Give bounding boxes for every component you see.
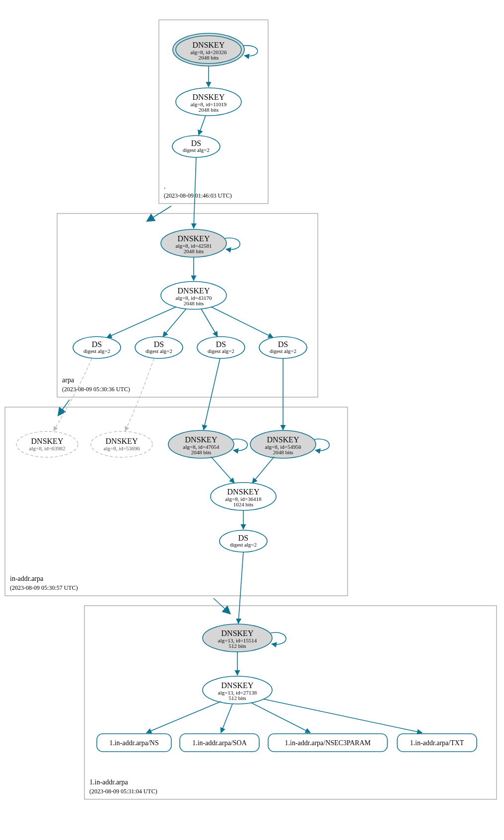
zone-one-box: [84, 606, 497, 799]
node-one-ksk: DNSKEY alg=13, id=15514 512 bits: [203, 624, 272, 652]
edge-arpa-zsk-ds2: [163, 309, 186, 337]
svg-text:DNSKEY: DNSKEY: [106, 437, 138, 445]
node-arpa-ds3: DS digest alg=2: [197, 337, 245, 358]
svg-text:digest alg=2: digest alg=2: [183, 147, 210, 153]
node-arpa-ds2: DS digest alg=2: [135, 337, 183, 358]
node-in-dk1: DNSKEY alg=8, id=63982: [16, 431, 78, 457]
edge-arpa-ksk-self: [225, 238, 240, 249]
svg-text:1.in-addr.arpa/NSEC3PARAM: 1.in-addr.arpa/NSEC3PARAM: [285, 739, 371, 747]
edge-one-zsk-soa: [221, 704, 232, 733]
node-in-dk2: DNSKEY alg=8, id=53696: [91, 431, 152, 457]
svg-text:digest alg=2: digest alg=2: [270, 348, 296, 354]
zone-root-ts: (2023-08-09 01:46:03 UTC): [164, 192, 232, 199]
edge-ds1-indk1: [54, 358, 92, 431]
node-arpa-zsk: DNSKEY alg=8, id=43170 2048 bits: [161, 281, 226, 309]
zone-inaddr-name: in-addr.arpa: [10, 575, 44, 582]
zone-inaddr-ts: (2023-08-09 05:30:57 UTC): [10, 584, 78, 591]
edge-one-ksk-self: [271, 632, 286, 644]
svg-text:512 bits: 512 bits: [228, 643, 246, 649]
node-in-ksk2: DNSKEY alg=8, id=54956 2048 bits: [250, 430, 316, 458]
zone-arpa-name: arpa: [62, 376, 74, 384]
svg-text:digest alg=2: digest alg=2: [230, 542, 257, 548]
node-in-ds: DS digest alg=2: [219, 530, 267, 552]
edge-arpa-zsk-ds3: [201, 309, 217, 337]
svg-text:DNSKEY: DNSKEY: [193, 93, 225, 101]
svg-text:DS: DS: [216, 340, 226, 349]
node-root-ksk: DNSKEY alg=8, id=20326 2048 bits: [173, 33, 244, 66]
svg-text:DS: DS: [278, 340, 288, 349]
svg-text:DNSKEY: DNSKEY: [31, 437, 64, 445]
edge-one-zsk-ns: [146, 701, 221, 733]
node-arpa-ksk: DNSKEY alg=8, id=42581 2048 bits: [161, 229, 226, 257]
edge-in-ksk1-self: [232, 439, 247, 450]
svg-text:DNSKEY: DNSKEY: [221, 629, 254, 637]
svg-text:DNSKEY: DNSKEY: [185, 435, 217, 444]
svg-text:1024 bits: 1024 bits: [233, 501, 254, 507]
edge-in-ksk1-zsk: [211, 457, 234, 483]
zone-one-ts: (2023-08-09 05:31:04 UTC): [89, 788, 157, 795]
svg-text:2048 bits: 2048 bits: [273, 449, 293, 455]
node-in-ksk1: DNSKEY alg=8, id=47054 2048 bits: [168, 430, 234, 458]
zone-root-name: .: [164, 183, 166, 190]
node-root-ds: DS digest alg=2: [172, 136, 220, 157]
svg-text:DS: DS: [92, 340, 102, 349]
node-arpa-ds4: DS digest alg=2: [259, 337, 307, 358]
edge-ds3-inksk1: [204, 358, 220, 430]
node-in-zsk: DNSKEY alg=8, id=36418 1024 bits: [211, 483, 276, 510]
node-rr-soa: 1.in-addr.arpa/SOA: [180, 734, 259, 752]
svg-text:digest alg=2: digest alg=2: [208, 348, 234, 354]
svg-text:DNSKEY: DNSKEY: [221, 681, 254, 690]
edge-ds2-indk2: [125, 358, 154, 431]
svg-text:DS: DS: [238, 534, 248, 542]
svg-text:DNSKEY: DNSKEY: [227, 488, 260, 496]
edge-one-zsk-txt: [263, 699, 422, 733]
svg-text:2048 bits: 2048 bits: [184, 248, 204, 254]
svg-text:2048 bits: 2048 bits: [184, 300, 204, 306]
svg-text:1.in-addr.arpa/SOA: 1.in-addr.arpa/SOA: [192, 739, 247, 747]
svg-text:DNSKEY: DNSKEY: [178, 286, 210, 295]
svg-text:2048 bits: 2048 bits: [199, 55, 219, 61]
svg-text:alg=8, id=63982: alg=8, id=63982: [29, 445, 66, 451]
edge-in-ds-one-ksk: [238, 552, 243, 624]
svg-text:DS: DS: [191, 139, 201, 147]
svg-text:DS: DS: [154, 340, 164, 349]
dnssec-graph: . (2023-08-09 01:46:03 UTC) arpa (2023-0…: [0, 0, 504, 840]
edge-arpa-zsk-ds4: [211, 307, 273, 338]
node-rr-nsec: 1.in-addr.arpa/NSEC3PARAM: [268, 734, 387, 752]
svg-text:512 bits: 512 bits: [228, 695, 246, 701]
svg-text:1.in-addr.arpa/NS: 1.in-addr.arpa/NS: [109, 739, 159, 747]
node-root-zsk: DNSKEY alg=8, id=11019 2048 bits: [176, 88, 241, 116]
delegation-root-arpa: [149, 206, 171, 220]
svg-text:1.in-addr.arpa/TXT: 1.in-addr.arpa/TXT: [410, 739, 464, 747]
svg-text:alg=8, id=53696: alg=8, id=53696: [104, 445, 140, 451]
edge-root-ksk-self: [243, 46, 258, 56]
edge-in-ksk2-self: [314, 439, 329, 450]
node-rr-ns: 1.in-addr.arpa/NS: [97, 734, 171, 752]
delegation-inaddr-one: [214, 598, 228, 612]
svg-text:DNSKEY: DNSKEY: [178, 234, 210, 243]
svg-text:DNSKEY: DNSKEY: [193, 41, 225, 49]
node-arpa-ds1: DS digest alg=2: [73, 337, 121, 358]
node-one-zsk: DNSKEY alg=13, id=27138 512 bits: [203, 676, 272, 704]
svg-text:digest alg=2: digest alg=2: [83, 348, 110, 354]
edge-root-zsk-ds: [199, 116, 206, 135]
svg-text:2048 bits: 2048 bits: [199, 107, 219, 113]
svg-text:2048 bits: 2048 bits: [191, 449, 212, 455]
svg-text:digest alg=2: digest alg=2: [145, 348, 172, 354]
zone-arpa-ts: (2023-08-09 05:30:36 UTC): [62, 386, 130, 393]
zone-one-name: 1.in-addr.arpa: [89, 778, 129, 786]
node-rr-txt: 1.in-addr.arpa/TXT: [397, 734, 477, 752]
svg-text:DNSKEY: DNSKEY: [267, 435, 299, 444]
edge-in-ksk2-zsk: [252, 457, 274, 483]
